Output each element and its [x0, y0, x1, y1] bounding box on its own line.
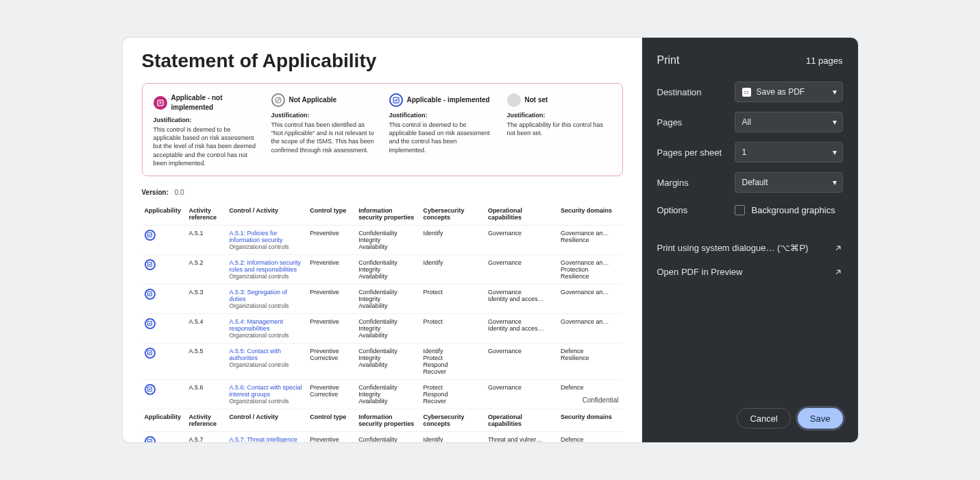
column-header: Control type — [307, 409, 356, 431]
external-link-icon — [833, 267, 843, 277]
control-link[interactable]: A.5.7: Threat intelligence — [229, 436, 297, 442]
print-settings-panel: Print 11 pages Destination ▭ Save as PDF… — [642, 38, 858, 442]
x-box-icon — [154, 96, 167, 110]
column-header: Information security properties — [356, 203, 420, 226]
control-link[interactable]: A.5.1: Policies for information security — [229, 230, 282, 243]
column-header: Applicability — [142, 203, 186, 226]
table-row: A.5.5 A.5.5: Contact with authoritiesOrg… — [142, 343, 623, 379]
dot-icon — [507, 93, 521, 107]
save-button[interactable]: Save — [798, 408, 843, 429]
column-header: Information security properties — [356, 409, 420, 431]
legend-item: Applicable - not implementedJustificatio… — [154, 93, 258, 167]
column-header: Operational capabilities — [485, 203, 558, 226]
applicability-implemented-icon — [145, 259, 156, 270]
table-header-row: ApplicabilityActivity referenceControl /… — [142, 203, 623, 226]
table-row: A.5.1 A.5.1: Policies for information se… — [142, 225, 623, 254]
control-link[interactable]: A.5.2: Information security roles and re… — [229, 259, 301, 273]
pages-label: Pages — [657, 117, 683, 128]
applicability-implemented-icon — [145, 348, 156, 359]
slash-icon — [271, 93, 285, 107]
background-graphics-checkbox[interactable] — [735, 205, 745, 215]
applicability-implemented-icon — [145, 230, 156, 241]
column-header: Control / Activity — [226, 409, 307, 431]
document-title: Statement of Applicability — [142, 50, 623, 72]
pps-label: Pages per sheet — [657, 147, 722, 158]
table-header-row: ApplicabilityActivity referenceControl /… — [142, 409, 623, 431]
options-label: Options — [657, 205, 688, 215]
column-header: Security domains — [558, 409, 622, 431]
print-preview-area: Statement of Applicability Applicable - … — [123, 38, 642, 442]
applicability-implemented-icon — [145, 289, 156, 300]
control-link[interactable]: A.5.4: Management responsibilities — [229, 318, 283, 332]
pdf-icon: ▭ — [742, 88, 751, 97]
check-box-icon — [389, 93, 403, 107]
version-line: Version: 0.0 — [142, 189, 623, 196]
table-row: A.5.2 A.5.2: Information security roles … — [142, 254, 623, 284]
control-link[interactable]: A.5.5: Contact with authorities — [229, 348, 281, 361]
control-link[interactable]: A.5.6: Contact with special interest gro… — [229, 384, 302, 398]
cancel-button[interactable]: Cancel — [737, 408, 790, 429]
legend-item: Applicable - implementedJustification:Th… — [389, 93, 493, 167]
soa-table: ApplicabilityActivity referenceControl /… — [142, 203, 623, 442]
background-graphics-label: Background graphics — [752, 205, 835, 215]
legend-box: Applicable - not implementedJustificatio… — [142, 83, 623, 176]
page-count: 11 pages — [806, 56, 843, 66]
column-header: Activity reference — [186, 409, 226, 431]
applicability-implemented-icon — [145, 318, 156, 329]
column-header: Control type — [307, 203, 356, 226]
column-header: Security domains — [558, 203, 622, 226]
applicability-implemented-icon — [145, 384, 156, 395]
destination-select[interactable]: ▭ Save as PDF ▾ — [735, 82, 843, 102]
chevron-down-icon: ▾ — [833, 117, 837, 127]
table-row: A.5.6 A.5.6: Contact with special intere… — [142, 379, 623, 409]
confidential-watermark: Confidential — [583, 396, 619, 404]
column-header: Applicability — [142, 409, 186, 431]
system-dialog-link[interactable]: Print using system dialogue… (⌥⌘P) — [657, 236, 843, 260]
column-header: Cybersecurity concepts — [421, 409, 485, 431]
table-row: A.5.3 A.5.3: Segregation of dutiesOrgani… — [142, 284, 623, 313]
column-header: Control / Activity — [226, 203, 307, 226]
margins-select[interactable]: Default ▾ — [735, 172, 843, 193]
chevron-down-icon: ▾ — [833, 178, 837, 187]
chevron-down-icon: ▾ — [833, 147, 837, 157]
control-link[interactable]: A.5.3: Segregation of duties — [229, 289, 287, 302]
open-preview-link[interactable]: Open PDF in Preview — [657, 260, 843, 284]
table-row: A.5.4 A.5.4: Management responsibilities… — [142, 313, 623, 343]
external-link-icon — [833, 243, 843, 253]
chevron-down-icon: ▾ — [833, 87, 837, 97]
panel-heading: Print — [657, 54, 680, 67]
table-row: A.5.7A.5.7: Threat intelligencePreventiv… — [142, 431, 623, 442]
margins-label: Margins — [657, 178, 689, 188]
print-dialog-window: Statement of Applicability Applicable - … — [123, 38, 858, 442]
applicability-implemented-icon — [145, 436, 156, 442]
legend-item: Not setJustification:The applicability f… — [507, 93, 611, 167]
column-header: Operational capabilities — [485, 409, 558, 431]
pages-select[interactable]: All ▾ — [735, 112, 843, 132]
column-header: Cybersecurity concepts — [421, 203, 485, 226]
destination-label: Destination — [657, 87, 702, 97]
pages-per-sheet-select[interactable]: 1 ▾ — [735, 142, 843, 163]
column-header: Activity reference — [186, 203, 226, 226]
legend-item: Not ApplicableJustification:This control… — [271, 93, 376, 167]
